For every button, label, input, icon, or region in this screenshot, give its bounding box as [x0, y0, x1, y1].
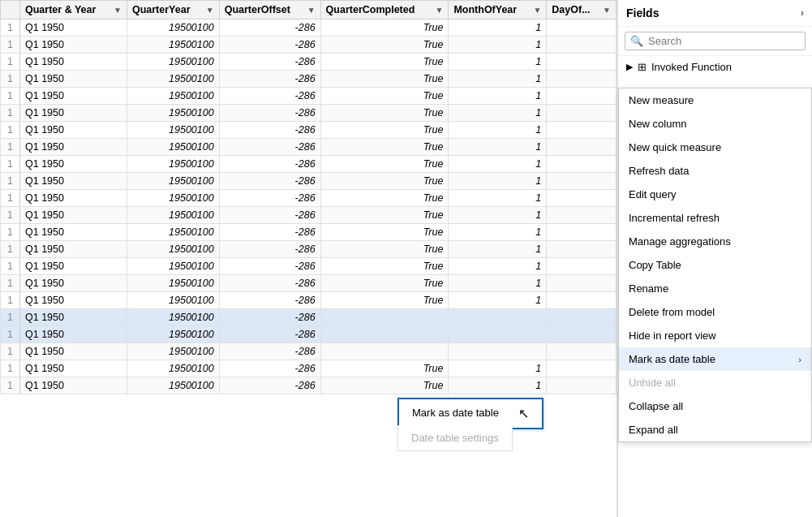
- sort-icon-quarter-year: ▼: [114, 6, 122, 15]
- cell-quarter-offset: -286: [219, 71, 320, 88]
- context-menu-item-new-quick-measure[interactable]: New quick measure: [619, 136, 811, 159]
- fields-title: Fields: [626, 6, 659, 19]
- cell-quarter-offset: -286: [219, 360, 320, 377]
- cell-quarter-year: Q1 1950: [20, 54, 127, 71]
- context-menu-item-new-measure[interactable]: New measure: [619, 88, 811, 112]
- cell-month-of-year: 1: [449, 37, 547, 54]
- floating-popup-settings-label: Date table settings: [411, 432, 499, 444]
- table-row: 1Q1 195019500100-286True1: [1, 292, 617, 309]
- cell-month-of-year: 1: [449, 19, 547, 37]
- cell-quarter-offset: -286: [219, 343, 320, 360]
- cell-month-of-year: 1: [449, 71, 547, 88]
- col-header-month-of-year[interactable]: MonthOfYear ▼: [449, 1, 547, 19]
- cell-day-of: [547, 326, 617, 343]
- table-row: 1Q1 195019500100-286True1: [1, 207, 617, 224]
- table-row: 1Q1 195019500100-286True1: [1, 360, 617, 377]
- col-header-quarter-completed[interactable]: QuarterCompleted ▼: [320, 1, 449, 19]
- context-menu-item-edit-query[interactable]: Edit query: [619, 183, 811, 206]
- context-menu-item-expand-all[interactable]: Expand all: [619, 418, 811, 442]
- cell-quarter-year: Q1 1950: [20, 139, 127, 156]
- cell-quarter-completed: True: [320, 139, 449, 156]
- floating-popup-label: Mark as date table: [412, 407, 499, 419]
- table-row: 1Q1 195019500100-286True1: [1, 173, 617, 190]
- cell-quarter-year-num: 19500100: [127, 309, 219, 326]
- cell-quarter-completed: True: [320, 122, 449, 139]
- table-row: 1Q1 195019500100-286True1: [1, 275, 617, 292]
- context-menu-item-copy-table[interactable]: Copy Table: [619, 253, 811, 277]
- cell-day-of: [547, 343, 617, 360]
- invoked-function-label: Invoked Function: [651, 61, 732, 73]
- context-menu-item-new-column[interactable]: New column: [619, 112, 811, 136]
- table-row: 1Q1 195019500100-286True1: [1, 19, 617, 37]
- menu-item-label: Unhide all: [629, 377, 676, 389]
- cell-day-of: [547, 156, 617, 173]
- cell-quarter-year-num: 19500100: [127, 88, 219, 105]
- cell-quarter-completed: True: [320, 105, 449, 122]
- cell-quarter-year: Q1 1950: [20, 292, 127, 309]
- cell-quarter-completed: True: [320, 54, 449, 71]
- col-label-quarter-completed: QuarterCompleted: [326, 4, 415, 15]
- cell-quarter-year: Q1 1950: [20, 309, 127, 326]
- col-header-day-of[interactable]: DayOf... ▼: [547, 1, 617, 19]
- cell-month-of-year: 1: [449, 377, 547, 394]
- cell-quarter-year-num: 19500100: [127, 156, 219, 173]
- col-header-quarter-offset[interactable]: QuarterOffset ▼: [219, 1, 320, 19]
- fields-header: Fields ›: [618, 0, 812, 27]
- cell-day-of: [547, 54, 617, 71]
- context-menu-item-manage-aggregations[interactable]: Manage aggregations: [619, 230, 811, 253]
- cell-quarter-year-num: 19500100: [127, 139, 219, 156]
- search-input[interactable]: [648, 35, 800, 47]
- cell-quarter-year-num: 19500100: [127, 377, 219, 394]
- table-row: 1Q1 195019500100-286: [1, 326, 617, 343]
- cell-quarter-offset: -286: [219, 241, 320, 258]
- cell-day-of: [547, 360, 617, 377]
- cell-quarter-year: Q1 1950: [20, 241, 127, 258]
- table-row: 1Q1 195019500100-286True1: [1, 139, 617, 156]
- fields-panel: Fields › 🔍 ▶ ⊞ Invoked Function New meas…: [617, 0, 812, 517]
- context-menu-item-rename[interactable]: Rename: [619, 277, 811, 300]
- context-menu-item-refresh-data[interactable]: Refresh data: [619, 159, 811, 183]
- menu-item-label: Collapse all: [629, 400, 683, 412]
- cell-quarter-completed: True: [320, 275, 449, 292]
- invoked-function-header[interactable]: ▶ ⊞ Invoked Function: [618, 56, 812, 78]
- cell-quarter-year: Q1 1950: [20, 343, 127, 360]
- cell-quarter-year: Q1 1950: [20, 258, 127, 275]
- fields-expand-icon[interactable]: ›: [801, 7, 804, 19]
- cell-quarter-year: Q1 1950: [20, 122, 127, 139]
- context-menu-item-unhide-all: Unhide all: [619, 371, 811, 394]
- cell-quarter-year: Q1 1950: [20, 156, 127, 173]
- cell-day-of: [547, 71, 617, 88]
- cursor-pointer: ↖: [518, 406, 529, 421]
- cell-quarter-completed: True: [320, 88, 449, 105]
- cell-month-of-year: 1: [449, 173, 547, 190]
- cell-month-of-year: 1: [449, 258, 547, 275]
- cell-row-num: 1: [1, 88, 20, 105]
- col-header-quarter-year[interactable]: Quarter & Year ▼: [20, 1, 127, 19]
- cell-day-of: [547, 241, 617, 258]
- table-row: 1Q1 195019500100-286True1: [1, 71, 617, 88]
- cell-month-of-year: 1: [449, 88, 547, 105]
- col-header-quarter-year-num[interactable]: QuarterYear ▼: [127, 1, 219, 19]
- cell-row-num: 1: [1, 207, 20, 224]
- search-box[interactable]: 🔍: [625, 32, 806, 50]
- menu-item-label: Hide in report view: [629, 330, 716, 342]
- context-menu-item-incremental-refresh[interactable]: Incremental refresh: [619, 206, 811, 230]
- cell-row-num: 1: [1, 37, 20, 54]
- cell-day-of: [547, 139, 617, 156]
- context-menu-item-mark-as-date-table[interactable]: Mark as date table›Mark as date tableDat…: [619, 347, 811, 371]
- cell-row-num: 1: [1, 139, 20, 156]
- cell-quarter-completed: True: [320, 37, 449, 54]
- cell-quarter-year-num: 19500100: [127, 343, 219, 360]
- cell-row-num: 1: [1, 258, 20, 275]
- context-menu-item-hide-in-report-view[interactable]: Hide in report view: [619, 324, 811, 347]
- cell-row-num: 1: [1, 54, 20, 71]
- cell-quarter-completed: True: [320, 173, 449, 190]
- cell-quarter-offset: -286: [219, 105, 320, 122]
- context-menu-item-collapse-all[interactable]: Collapse all: [619, 394, 811, 418]
- cell-quarter-year-num: 19500100: [127, 37, 219, 54]
- table-row: 1Q1 195019500100-286True1: [1, 122, 617, 139]
- cell-quarter-offset: -286: [219, 54, 320, 71]
- context-menu-item-delete-from-model[interactable]: Delete from model: [619, 300, 811, 324]
- col-label-month-of-year: MonthOfYear: [453, 4, 517, 15]
- menu-item-label: Delete from model: [629, 306, 715, 318]
